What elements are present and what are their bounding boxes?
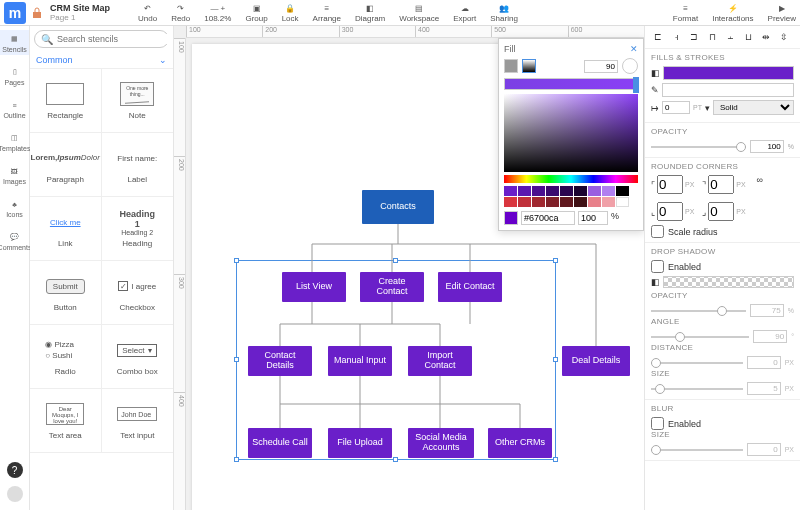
dropshadow-enabled-checkbox[interactable] (651, 260, 664, 273)
node-file-upload[interactable]: File Upload (328, 428, 392, 458)
distribute-v-icon[interactable]: ⇳ (777, 30, 791, 44)
stencil-heading[interactable]: Heading 1Heading 2Heading (102, 197, 174, 261)
ds-opacity-input[interactable] (750, 304, 784, 317)
shadow-color-preview[interactable] (663, 276, 794, 288)
node-contacts[interactable]: Contacts (362, 190, 434, 224)
distribute-h-icon[interactable]: ⇹ (759, 30, 773, 44)
ds-size-input[interactable] (747, 382, 781, 395)
stencil-note[interactable]: One more thing...Note (102, 69, 174, 133)
stencil-search[interactable]: 🔍 (34, 30, 169, 48)
fill-gradient-swatch[interactable] (522, 59, 536, 73)
node-schedule-call[interactable]: Schedule Call (248, 428, 312, 458)
hue-slider[interactable] (504, 175, 638, 183)
stencil-paragraph[interactable]: Lorem,IpsumDolorParagraph (30, 133, 102, 197)
node-list-view[interactable]: List View (282, 272, 346, 302)
workspace-button[interactable]: ▤Workspace (399, 2, 439, 23)
node-manual-input[interactable]: Manual Input (328, 346, 392, 376)
fill-preview[interactable] (663, 66, 794, 80)
gradient-angle-input[interactable] (584, 60, 618, 73)
rail-images[interactable]: 🖼Images (0, 162, 29, 187)
help-button[interactable]: ? (7, 462, 23, 478)
corner-bl-input[interactable] (657, 202, 683, 221)
stencil-link[interactable]: Click meLink (30, 197, 102, 261)
zoom-control[interactable]: — +108.2% (204, 2, 231, 23)
blur-enabled-checkbox[interactable] (651, 417, 664, 430)
corner-tl-input[interactable] (657, 175, 683, 194)
node-social-media[interactable]: Social Media Accounts (408, 428, 474, 458)
node-import-contact[interactable]: Import Contact (408, 346, 472, 376)
saturation-picker[interactable] (504, 94, 638, 172)
redo-button[interactable]: ↷Redo (171, 2, 190, 23)
node-create-contact[interactable]: Create Contact (360, 272, 424, 302)
format-button[interactable]: ≡Format (673, 2, 698, 23)
rail-pages[interactable]: ▯Pages (0, 63, 29, 88)
rail-stencils[interactable]: ▦Stencils (0, 30, 29, 55)
stroke-tool-icon[interactable]: ✎ (651, 85, 659, 95)
stroke-style-select[interactable]: Solid (713, 100, 794, 115)
blur-size-input[interactable] (747, 443, 781, 456)
ruler-horizontal: 100200300400500600 (186, 26, 644, 38)
node-contact-details[interactable]: Contact Details (248, 346, 312, 376)
rail-templates[interactable]: ◫Templates (0, 129, 29, 154)
lock-button[interactable]: 🔒Lock (282, 2, 299, 23)
rounded-corners-section: ROUNDED CORNERS ⌜PX ⌝PX ∞ ⌞PX ⌟PX Scale … (645, 158, 800, 243)
color-swatches[interactable] (504, 186, 638, 207)
align-top-icon[interactable]: ⊓ (705, 30, 719, 44)
ds-distance-input[interactable] (747, 356, 781, 369)
fill-popup[interactable]: Fill✕ % (498, 38, 644, 231)
ds-angle-input[interactable] (753, 330, 787, 343)
arrange-button[interactable]: ≡Arrange (313, 2, 341, 23)
app-logo[interactable]: m (4, 2, 26, 24)
canvas[interactable]: 100200300400500600 100200300400 Contacts… (174, 26, 644, 510)
color-opacity-input[interactable] (578, 211, 608, 225)
stencil-rectangle[interactable]: Rectangle (30, 69, 102, 133)
link-corners-icon[interactable]: ∞ (754, 175, 766, 194)
stroke-width-input[interactable] (662, 101, 690, 114)
stencil-checkbox[interactable]: ✓I agreeCheckbox (102, 261, 174, 325)
corner-br-icon: ⌟ (702, 207, 706, 217)
stencil-radio[interactable]: ◉ Pizza○ SushiRadio (30, 325, 102, 389)
stencil-textinput[interactable]: John DoeText input (102, 389, 174, 453)
rail-comments[interactable]: 💬Comments (0, 228, 29, 253)
angle-dial-icon[interactable] (622, 58, 638, 74)
stencil-button[interactable]: SubmitButton (30, 261, 102, 325)
export-button[interactable]: ☁Export (453, 2, 476, 23)
preview-button[interactable]: ▶Preview (768, 2, 796, 23)
search-input[interactable] (57, 34, 169, 44)
corner-tr-input[interactable] (708, 175, 734, 194)
gradient-bar[interactable] (504, 78, 638, 90)
user-avatar[interactable] (7, 486, 23, 502)
stroke-preview[interactable] (662, 83, 794, 97)
stencil-label[interactable]: First name:Label (102, 133, 174, 197)
scale-radius-checkbox[interactable] (651, 225, 664, 238)
opacity-input[interactable] (750, 140, 784, 153)
align-middle-v-icon[interactable]: ⫠ (723, 30, 737, 44)
document-title-block[interactable]: CRM Site Map Page 1 (50, 3, 110, 22)
undo-button[interactable]: ↶Undo (138, 2, 157, 23)
hex-input[interactable] (521, 211, 575, 225)
corner-br-input[interactable] (708, 202, 734, 221)
opacity-slider[interactable] (651, 146, 746, 148)
diagram-button[interactable]: ◧Diagram (355, 2, 385, 23)
close-icon[interactable]: ✕ (630, 44, 638, 54)
align-bottom-icon[interactable]: ⊔ (741, 30, 755, 44)
shadow-color-icon[interactable]: ◧ (651, 277, 660, 287)
align-right-icon[interactable]: ⊐ (687, 30, 701, 44)
stencil-combo[interactable]: Select▾Combo box (102, 325, 174, 389)
stencil-textarea[interactable]: Dear Moqups, I love you!Text area (30, 389, 102, 453)
corner-bl-icon: ⌞ (651, 207, 655, 217)
node-other-crms[interactable]: Other CRMs (488, 428, 552, 458)
rail-outline[interactable]: ≡Outline (0, 96, 29, 121)
fill-tool-icon[interactable]: ◧ (651, 68, 660, 78)
stencil-section-header[interactable]: Common⌄ (30, 52, 173, 69)
rail-icons[interactable]: ♣Icons (0, 195, 29, 220)
align-center-h-icon[interactable]: ⫞ (669, 30, 683, 44)
sharing-button[interactable]: 👥Sharing (490, 2, 518, 23)
node-deal-details[interactable]: Deal Details (562, 346, 630, 376)
group-button[interactable]: ▣Group (245, 2, 267, 23)
interactions-button[interactable]: ⚡Interactions (712, 2, 753, 23)
node-edit-contact[interactable]: Edit Contact (438, 272, 502, 302)
stroke-end-left-icon[interactable]: ↦ (651, 103, 659, 113)
fill-solid-swatch[interactable] (504, 59, 518, 73)
align-left-icon[interactable]: ⊏ (651, 30, 665, 44)
